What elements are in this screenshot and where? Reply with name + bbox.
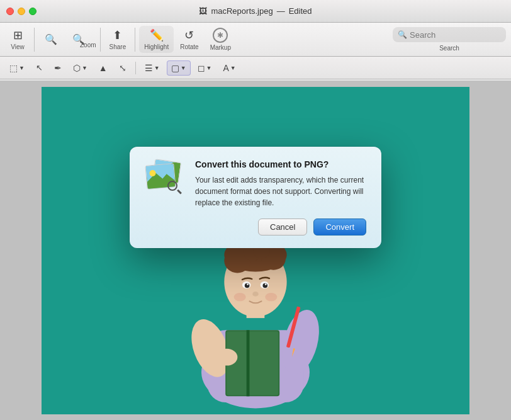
stamp-tool-button[interactable]: ⬡ ▼ — [69, 60, 92, 76]
align-arrow-icon: ▼ — [154, 65, 160, 71]
adjust-tool-button[interactable]: ▲ — [94, 60, 112, 76]
marquee-tool-button[interactable]: ⬚ ▼ — [5, 60, 29, 76]
pen-icon: ✒ — [54, 63, 62, 73]
stamp-icon: ⬡ — [73, 63, 81, 73]
select-icon: ↖ — [36, 63, 43, 72]
secondary-toolbar: ⬚ ▼ ↖ ✒ ⬡ ▼ ▲ ⤡ ☰ ▼ ▢ ▼ ◻ ▼ A ▼ — [0, 57, 511, 79]
title-separator: — — [277, 6, 285, 16]
title-filename: macReports.jpeg — [211, 6, 272, 16]
text-icon: A — [223, 63, 228, 73]
markup-label: Markup — [210, 44, 231, 51]
dialog-icon — [145, 159, 185, 200]
crop-icon: ⤡ — [119, 63, 126, 73]
title-status: Edited — [289, 6, 312, 16]
highlight-label: Highlight — [144, 43, 169, 50]
shape-fill-arrow-icon: ▼ — [206, 65, 212, 71]
stamp-arrow-icon: ▼ — [82, 65, 87, 71]
shape-border-arrow-icon: ▼ — [181, 65, 186, 71]
marquee-icon: ⬚ — [9, 63, 18, 73]
text-arrow-icon: ▼ — [230, 65, 236, 71]
title-bar: 🖼 macReports.jpeg — Edited — [0, 0, 511, 23]
traffic-lights — [6, 8, 36, 15]
highlight-icon: ✏️ — [150, 28, 164, 42]
zoom-label: Zoom — [80, 42, 96, 48]
photo-stack-icon — [145, 159, 181, 196]
search-wrapper: 🔍 Search — [393, 27, 506, 52]
dialog-text-area: Convert this document to PNG? Your last … — [195, 159, 366, 208]
shape-border-button[interactable]: ▢ ▼ — [167, 60, 191, 76]
main-toolbar: ⊞ View 🔍 🔍 Zoom ⬆ Share ✏️ Highlight ↺ R… — [0, 23, 511, 57]
convert-button[interactable]: Convert — [313, 219, 366, 236]
markup-button[interactable]: ✱ Markup — [205, 25, 236, 54]
share-button[interactable]: ⬆ Share — [104, 26, 132, 53]
dialog-overlay: Convert this document to PNG? Your last … — [0, 81, 511, 420]
close-button[interactable] — [6, 8, 14, 15]
fullscreen-button[interactable] — [29, 8, 36, 15]
view-button[interactable]: ⊞ View — [5, 26, 30, 53]
shape-fill-button[interactable]: ◻ ▼ — [193, 60, 216, 76]
view-label: View — [11, 43, 25, 50]
rotate-label: Rotate — [180, 43, 198, 50]
shape-border-icon: ▢ — [171, 63, 179, 73]
search-label: Search — [439, 45, 459, 52]
dialog-body: Your last edit adds transparency, which … — [195, 174, 366, 208]
align-icon: ☰ — [145, 63, 153, 73]
adjust-icon: ▲ — [99, 63, 108, 73]
convert-dialog: Convert this document to PNG? Your last … — [130, 147, 381, 248]
share-label: Share — [110, 43, 126, 50]
marquee-arrow-icon: ▼ — [19, 65, 25, 71]
markup-icon: ✱ — [213, 28, 228, 43]
zoom-group: 🔍 🔍 Zoom — [38, 30, 96, 48]
sec-sep-1 — [135, 62, 136, 74]
dialog-buttons: Cancel Convert — [145, 219, 366, 236]
toolbar-sep-1 — [34, 28, 35, 52]
search-input[interactable] — [410, 30, 501, 40]
toolbar-sep-3 — [135, 28, 135, 52]
dialog-title: Convert this document to PNG? — [195, 159, 366, 169]
select-tool-button[interactable]: ↖ — [31, 60, 47, 75]
shape-fill-icon: ◻ — [198, 63, 205, 73]
crop-tool-button[interactable]: ⤡ — [115, 60, 131, 76]
file-icon: 🖼 — [199, 6, 207, 16]
align-button[interactable]: ☰ ▼ — [140, 60, 164, 76]
toolbar-sep-2 — [100, 28, 101, 52]
view-icon: ⊞ — [13, 28, 23, 42]
dialog-header: Convert this document to PNG? Your last … — [145, 159, 366, 208]
text-button[interactable]: A ▼ — [218, 60, 240, 76]
magnifier-icon — [167, 181, 181, 195]
search-icon: 🔍 — [398, 30, 407, 39]
pen-tool-button[interactable]: ✒ — [50, 60, 66, 76]
minimize-button[interactable] — [18, 8, 25, 15]
share-icon: ⬆ — [113, 28, 122, 42]
highlight-button[interactable]: ✏️ Highlight — [139, 26, 174, 53]
window-title: 🖼 macReports.jpeg — Edited — [199, 6, 312, 16]
cancel-button[interactable]: Cancel — [258, 219, 307, 236]
search-bar[interactable]: 🔍 — [393, 27, 506, 42]
rotate-icon: ↺ — [184, 28, 194, 42]
zoom-out-icon: 🔍 — [45, 33, 57, 45]
rotate-button[interactable]: ↺ Rotate — [175, 26, 203, 53]
canvas-area: macReports.com — [0, 81, 511, 420]
zoom-out-button[interactable]: 🔍 — [38, 31, 64, 48]
